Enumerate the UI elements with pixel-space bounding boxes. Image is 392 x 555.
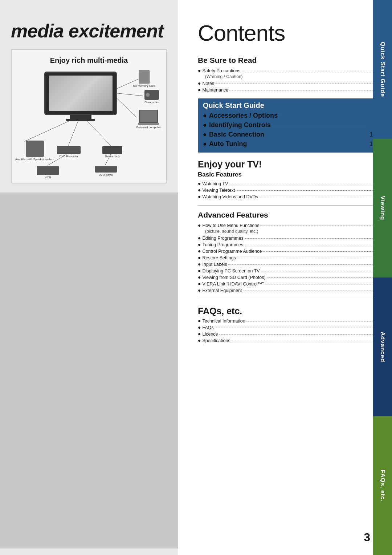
toc-label: Tuning Programmes <box>202 242 243 247</box>
toc-label: Input Labels <box>202 262 227 267</box>
faqs-title: FAQs, etc. <box>198 306 381 316</box>
dvd-player-shape <box>95 166 117 173</box>
toc-maintenance: ● Maintenance 5 <box>198 87 381 93</box>
faqs-section: FAQs, etc. ● Technical Information 40 ● … <box>198 299 381 343</box>
toc-sd-card: ● Viewing from SD Card (Photos) 32 <box>198 274 381 280</box>
amplifier-label: Amplifier with Speaker system <box>15 158 54 161</box>
bullet-icon: ● <box>198 248 201 254</box>
bullet-icon: ● <box>198 255 201 260</box>
toc-label: Editing Programmes <box>202 236 243 241</box>
toc-dots <box>229 90 373 90</box>
qs-label: Accessories / Options <box>209 112 278 119</box>
toc-menu-functions: ● How to Use Menu Functions 20 <box>198 222 381 228</box>
toc-dots <box>263 251 373 252</box>
settop-box-device: Set top box <box>102 146 122 158</box>
toc-dots <box>265 284 373 284</box>
qs-dots <box>266 135 366 135</box>
qs-label: Basic Connection <box>209 131 264 138</box>
qs-identifying-controls: ● Identifying Controls 9 <box>203 121 376 129</box>
laptop-device: Personal computer <box>136 110 161 129</box>
advanced-features-section: Advanced Features ● How to Use Menu Func… <box>198 205 381 293</box>
tab-quick-start[interactable]: Quick Start Guide <box>373 0 392 139</box>
bullet-icon: ● <box>198 181 201 186</box>
bottom-illustration <box>0 193 178 548</box>
qs-dots <box>273 125 366 126</box>
laptop-label: Personal computer <box>136 126 161 129</box>
camcorder-device: Camcorder <box>144 90 159 104</box>
bullet-icon: ● <box>198 194 201 199</box>
tab-viewing-label: Viewing <box>379 196 386 220</box>
bullet-icon: ● <box>198 287 201 293</box>
bullet-icon: ● <box>198 187 201 193</box>
toc-label: Licence <box>202 332 218 337</box>
toc-dots <box>259 197 373 197</box>
enjoy-tv-title: Enjoy your TV! <box>198 159 381 170</box>
toc-dots <box>241 71 373 71</box>
tab-faqs-label: FAQs, etc. <box>379 470 386 502</box>
tv-device <box>44 72 117 122</box>
tv-illustration-box: Enjoy rich multi-media <box>11 49 167 183</box>
toc-dots <box>229 184 373 184</box>
bullet-icon: ● <box>198 261 201 267</box>
tab-faqs[interactable]: FAQs, etc. <box>373 416 392 555</box>
page-number: 3 <box>364 531 370 544</box>
toc-dots <box>215 328 373 328</box>
toc-label: Safety Precautions <box>202 68 240 73</box>
toc-label: Watching Videos and DVDs <box>202 194 258 199</box>
enjoy-tv-section: Enjoy your TV! Basic Features ● Watching… <box>198 159 381 199</box>
toc-dots <box>237 258 373 258</box>
camcorder-shape <box>144 90 159 100</box>
dvd-player-device: DVD player <box>95 166 117 177</box>
toc-watching-tv: ● Watching TV 14 <box>198 181 381 186</box>
toc-dots <box>245 238 373 239</box>
toc-label: Notes <box>202 81 214 86</box>
toc-specifications: ● Specifications 46 <box>198 337 381 343</box>
bullet-icon: ● <box>198 80 201 86</box>
amplifier-shape <box>26 141 44 157</box>
side-tabs: Quick Start Guide Viewing Advanced FAQs,… <box>373 0 392 555</box>
left-panel: media excitement Enjoy rich multi-media <box>0 0 178 555</box>
settop-label: Set top box <box>102 155 122 158</box>
toc-label: Viewing Teletext <box>202 188 235 193</box>
toc-sub-picture: (picture, sound quality, etc.) <box>205 229 381 234</box>
sd-card-label: SD memory Card <box>133 84 155 88</box>
svg-line-3 <box>68 121 78 146</box>
right-panel: Contents Be Sure to Read ● Safety Precau… <box>178 0 392 555</box>
tv-base <box>66 119 95 121</box>
laptop-base <box>138 123 159 125</box>
toc-label: FAQs <box>202 325 213 330</box>
tab-quick-start-label: Quick Start Guide <box>379 42 386 97</box>
bullet-icon: ● <box>198 324 201 330</box>
svg-line-4 <box>87 121 111 146</box>
bullet-icon: ● <box>198 281 201 287</box>
qs-bullet-icon: ● <box>203 112 207 119</box>
toc-dots <box>232 341 373 341</box>
vcr-shape <box>37 166 59 175</box>
toc-dots <box>267 278 373 278</box>
amplifier-device: Amplifier with Speaker system <box>15 141 54 161</box>
tab-advanced[interactable]: Advanced <box>373 278 392 416</box>
toc-dots <box>244 245 373 245</box>
illustration-area: SD memory Card Camcorder Personal comput… <box>15 68 163 179</box>
toc-safety-precautions: ● Safety Precautions 4 <box>198 68 381 73</box>
be-sure-to-read-title: Be Sure to Read <box>198 56 381 65</box>
basic-features-subtitle: Basic Features <box>198 171 381 178</box>
toc-label: Viewing from SD Card (Photos) <box>202 275 265 280</box>
tab-viewing[interactable]: Viewing <box>373 139 392 278</box>
toc-label: Control Programme Audience <box>202 249 262 254</box>
qs-label: Auto Tuning <box>209 140 247 148</box>
toc-label: VIERA Link "HDAVI Control™" <box>202 281 264 287</box>
toc-label: Maintenance <box>202 88 228 93</box>
bullet-icon: ● <box>198 337 201 343</box>
toc-technical-info: ● Technical Information 40 <box>198 318 381 324</box>
vcr-device: VCR <box>37 166 59 179</box>
page-title: Contents <box>198 20 381 46</box>
qs-accessories: ● Accessories / Options 6 <box>203 112 376 119</box>
qs-dots <box>279 116 366 116</box>
quick-start-title: Quick Start Guide <box>203 101 376 110</box>
toc-dots <box>236 190 373 191</box>
be-sure-to-read-section: Be Sure to Read ● Safety Precautions 4 (… <box>198 56 381 93</box>
sd-card-shape <box>139 70 150 84</box>
toc-licence: ● Licence 45 <box>198 331 381 337</box>
dvd-recorder-shape <box>57 146 81 154</box>
